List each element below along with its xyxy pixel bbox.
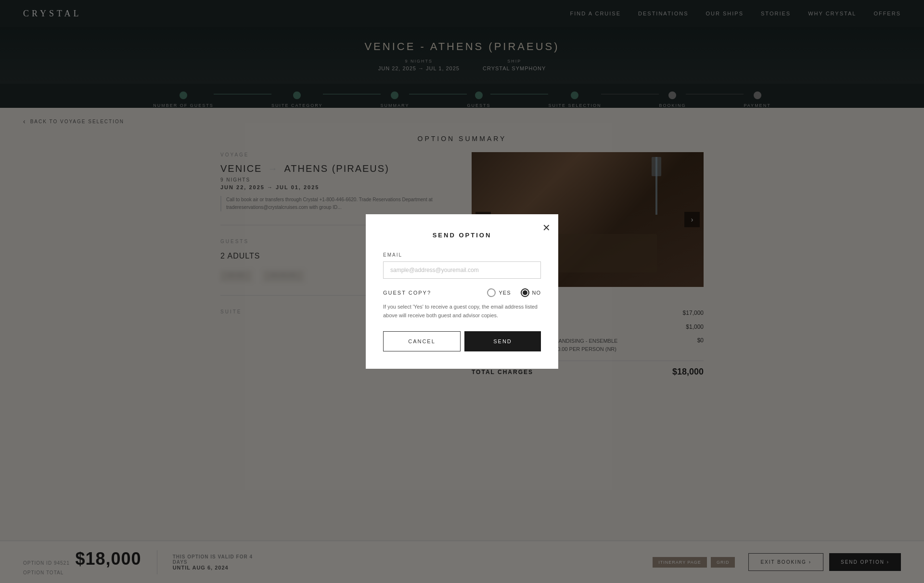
radio-no-label: NO: [532, 290, 541, 296]
send-button[interactable]: SEND: [464, 331, 541, 351]
cancel-button[interactable]: CANCEL: [383, 331, 461, 351]
radio-no-circle: [521, 288, 529, 297]
radio-yes-label: YES: [499, 290, 511, 296]
modal-description: If you select 'Yes' to receive a guest c…: [383, 303, 541, 320]
modal-buttons: CANCEL SEND: [383, 331, 541, 351]
modal-close-button[interactable]: ✕: [542, 222, 551, 233]
radio-yes-option[interactable]: YES: [487, 288, 511, 297]
radio-options: YES NO: [487, 288, 541, 297]
send-option-modal: ✕ SEND OPTION EMAIL GUEST COPY? YES NO I…: [366, 214, 558, 369]
guest-copy-row: GUEST COPY? YES NO: [383, 288, 541, 297]
modal-title: SEND OPTION: [383, 232, 541, 239]
modal-overlay[interactable]: ✕ SEND OPTION EMAIL GUEST COPY? YES NO I…: [0, 0, 924, 583]
radio-yes-circle: [487, 288, 496, 297]
guest-copy-label: GUEST COPY?: [383, 290, 431, 296]
radio-no-option[interactable]: NO: [521, 288, 541, 297]
email-field-label: EMAIL: [383, 252, 541, 258]
email-input[interactable]: [383, 261, 541, 279]
